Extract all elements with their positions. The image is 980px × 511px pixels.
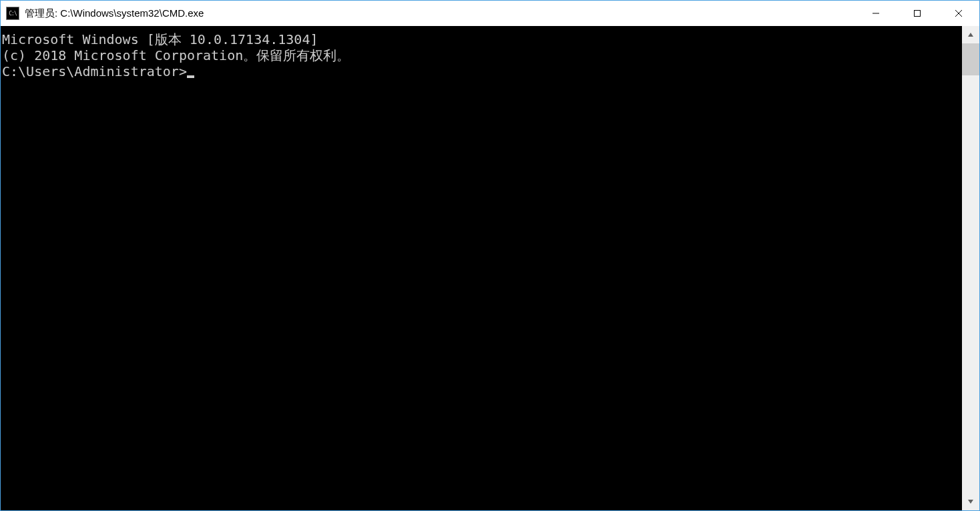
terminal-line: (c) 2018 Microsoft Corporation。保留所有权利。 [2,47,962,63]
scroll-thumb[interactable] [962,43,979,75]
svg-rect-1 [915,11,921,17]
vertical-scrollbar[interactable] [962,26,979,510]
svg-marker-4 [968,33,973,37]
minimize-icon [872,9,880,17]
terminal-container: Microsoft Windows [版本 10.0.17134.1304](c… [1,26,979,510]
cmd-icon: C:\ [6,7,19,20]
chevron-up-icon [967,31,974,38]
minimize-button[interactable] [855,1,897,26]
scroll-down-button[interactable] [962,493,979,510]
terminal-line: Microsoft Windows [版本 10.0.17134.1304] [2,31,962,47]
terminal-cursor [187,75,194,78]
titlebar[interactable]: C:\ 管理员: C:\Windows\system32\CMD.exe [1,1,979,26]
cmd-window: C:\ 管理员: C:\Windows\system32\CMD.exe Mic… [0,0,980,511]
terminal-output[interactable]: Microsoft Windows [版本 10.0.17134.1304](c… [1,26,962,510]
scroll-up-button[interactable] [962,26,979,43]
maximize-icon [913,9,921,17]
close-icon [955,9,963,17]
terminal-prompt-line: C:\Users\Administrator> [2,63,962,79]
window-title: 管理员: C:\Windows\system32\CMD.exe [25,7,855,20]
close-button[interactable] [938,1,979,26]
svg-marker-5 [968,500,973,504]
terminal-prompt: C:\Users\Administrator> [2,63,187,79]
chevron-down-icon [967,498,974,505]
window-controls [855,1,979,26]
scroll-track[interactable] [962,43,979,493]
maximize-button[interactable] [897,1,938,26]
